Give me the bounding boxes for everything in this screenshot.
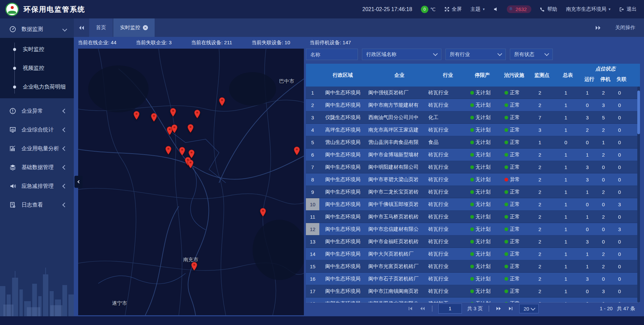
sidebar-collapse-button[interactable]	[74, 176, 83, 188]
region-filter-select[interactable]: 行政区域名称	[362, 49, 441, 60]
chevron-left-icon	[62, 109, 67, 113]
map-pin-icon[interactable]	[187, 124, 194, 133]
bureau-dropdown[interactable]: 南充市生态环境局 ▾	[566, 6, 610, 12]
cell-industry: 食品	[428, 136, 464, 148]
scrollbar-thumb[interactable]	[637, 91, 640, 134]
map-pin-icon[interactable]	[259, 208, 267, 217]
cell-region: 阆中生态环境局	[319, 198, 366, 210]
table-row[interactable]: 9阆中生态环境局阆中市二龙长宝页岩砖砖瓦行业无计划正常21120	[306, 186, 640, 198]
table-row[interactable]: 1阆中生态环境局阆中强锐页岩砖厂砖瓦行业无计划正常21120	[306, 87, 640, 99]
map-pin-icon[interactable]	[194, 109, 201, 119]
table-row[interactable]: 2阆中生态环境局阆中市南方节能建材有砖瓦行业无计划正常21030	[306, 99, 640, 111]
logout-button[interactable]: 退出	[619, 6, 637, 12]
cell-monitor-points: 2	[527, 173, 552, 185]
close-icon[interactable]: ✕	[143, 25, 148, 30]
sidebar-item-应急减排管理[interactable]: 应急减排管理	[0, 177, 74, 196]
table-row[interactable]: 6阆中生态环境局阆中市金博瑞新型墙材砖瓦行业无计划正常21120	[306, 149, 640, 161]
page-size-select[interactable]: 20	[519, 304, 539, 313]
tabs-scroll-left-button[interactable]	[74, 18, 89, 37]
page-number-input[interactable]	[438, 304, 462, 314]
first-page-button[interactable]	[407, 306, 414, 311]
cell-limit-production: 无计划	[464, 198, 497, 210]
map-area[interactable]: 巴中市南充市遂宁市	[78, 49, 304, 315]
table-row[interactable]: 15阆中生态环境局阆中市光富页岩机砖厂砖瓦行业无计划正常21120	[306, 260, 640, 273]
status-dot-green	[470, 190, 474, 194]
next-page-button[interactable]	[495, 306, 502, 311]
sidebar-item-企业用电量分析[interactable]: 企业用电量分析	[0, 139, 74, 158]
status-dot-green	[504, 91, 508, 95]
cell-region: 南部生态环境局	[319, 297, 366, 303]
table-row[interactable]: 11阆中生态环境局阆中市五马桥页岩机砖砖瓦行业无计划正常21120	[306, 211, 640, 223]
table-row[interactable]: 8阆中生态环境局阆中市枣碧大梁山页岩砖瓦行业无计划异常21300	[306, 173, 640, 186]
map-pin-icon[interactable]	[191, 262, 198, 271]
table-scrollbar[interactable]	[637, 87, 640, 303]
notification-badge[interactable]: 2632	[507, 5, 531, 13]
sidebar-item-label: 日志查看	[21, 202, 63, 209]
table-row[interactable]: 4高坪生态环境局南充市高坪区王家店建砖瓦行业无计划正常31220	[306, 124, 640, 136]
map-pin-icon[interactable]	[150, 113, 158, 122]
cell-limit-production: 无计划	[464, 223, 497, 235]
table-row[interactable]: 16阆中生态环境局阆中市石子页岩机砖厂砖瓦行业无计划正常21300	[306, 273, 640, 285]
table-row[interactable]: 10阆中生态环境局阆中千佛镇五郎垭页岩砖瓦行业无计划正常21003	[306, 198, 640, 211]
tabs-scroll-right-button[interactable]	[590, 25, 606, 30]
cell-company: 南部县双佛水泥有限公	[366, 297, 428, 303]
row-index: 12	[306, 223, 319, 235]
help-button[interactable]: 帮助	[540, 6, 557, 12]
sidebar-item-日志查看[interactable]: 日志查看	[0, 196, 74, 214]
cell-lost: 3	[611, 223, 628, 235]
last-page-button[interactable]	[507, 306, 514, 311]
map-pin-icon[interactable]	[178, 147, 186, 156]
theme-dropdown[interactable]: 主题 ▾	[471, 6, 485, 12]
sidebar-item-企业综合统计[interactable]: 企业综合统计	[0, 120, 74, 139]
sidebar-subitem-企业电力负荷明细[interactable]: 企业电力负荷明细	[0, 77, 74, 96]
table-row[interactable]: 13阆中生态环境局阆中市金福旺页岩机砖砖瓦行业无计划正常21300	[306, 235, 640, 248]
map-pin-icon[interactable]	[187, 159, 194, 169]
cell-total-meter: 1	[552, 149, 579, 161]
map-pin-icon[interactable]	[165, 146, 172, 155]
table-row[interactable]: 17阆中生态环境局阆中市江南镇阆南页岩砖瓦行业无计划正常21030	[306, 285, 640, 297]
sidebar-subitem-视频监控[interactable]: 视频监控	[0, 59, 74, 77]
tab-实时监控[interactable]: 实时监控✕	[113, 18, 155, 37]
total-pages-label: 共 3 页	[467, 306, 483, 312]
map-pin-icon[interactable]	[171, 124, 178, 133]
industry-filter-select[interactable]: 所有行业	[445, 49, 506, 60]
col-industry: 行业	[430, 64, 466, 87]
sidebar-item-label: 数据监测	[21, 26, 63, 33]
map-pin-icon[interactable]	[133, 111, 140, 120]
table-row[interactable]: 7阆中生态环境局阆中明阳建材有限公司砖瓦行业无计划正常21300	[306, 161, 640, 173]
status-dot-green	[504, 128, 508, 132]
chevron-down-icon	[62, 27, 67, 32]
sidebar-item-数据监测[interactable]: 数据监测	[0, 20, 74, 38]
status-filter-select[interactable]: 所有状态	[510, 49, 553, 60]
map-pin-icon[interactable]	[218, 97, 226, 106]
table-row[interactable]: 18南部生态环境局南部县双佛水泥有限公建材加工无计划正常21020	[306, 297, 640, 303]
map-pin-icon[interactable]	[169, 108, 177, 117]
cell-industry: 砖瓦行业	[428, 198, 464, 210]
cell-running: 1	[579, 211, 595, 223]
status-dot-green	[470, 240, 474, 243]
map-pin-icon[interactable]	[293, 146, 301, 156]
table-row[interactable]: 14阆中生态环境局阆中大兴页岩机砖厂砖瓦行业无计划正常21120	[306, 248, 640, 260]
prev-page-button[interactable]	[419, 306, 426, 311]
chevron-down-icon	[544, 51, 549, 56]
table-row[interactable]: 12阆中生态环境局阆中市忠信建材有限公砖瓦行业无计划正常21003	[306, 223, 640, 235]
cell-monitor-points: 2	[527, 87, 552, 99]
status-dot-green	[470, 116, 474, 119]
table-row[interactable]: 3仪陇生态环境局西南油气田分公司川中化工无计划正常71350	[306, 111, 640, 124]
cell-pollution-facility: 正常	[497, 149, 527, 161]
table-row[interactable]: 5营山生态环境局营山县润丰肉食品有限食品无计划正常10010	[306, 136, 640, 149]
cell-company: 阆中市二龙长宝页岩砖	[366, 186, 428, 198]
cell-limit-production: 无计划	[464, 99, 497, 111]
sidebar-item-基础数据管理[interactable]: 基础数据管理	[0, 158, 74, 177]
sidebar-subitem-实时监控[interactable]: 实时监控	[0, 40, 74, 59]
fullscreen-button[interactable]: 全屏	[444, 6, 462, 12]
name-filter-input[interactable]	[306, 52, 358, 57]
cell-region: 阆中生态环境局	[319, 235, 366, 248]
chevron-left-icon	[62, 184, 67, 188]
cell-limit-production: 无计划	[464, 248, 497, 260]
mute-button[interactable]	[493, 7, 498, 11]
tab-首页[interactable]: 首页	[89, 18, 113, 37]
cell-stopped: 0	[595, 161, 611, 173]
close-operations-button[interactable]: 关闭操作	[615, 24, 635, 31]
sidebar-item-企业异常[interactable]: 企业异常	[0, 102, 74, 120]
